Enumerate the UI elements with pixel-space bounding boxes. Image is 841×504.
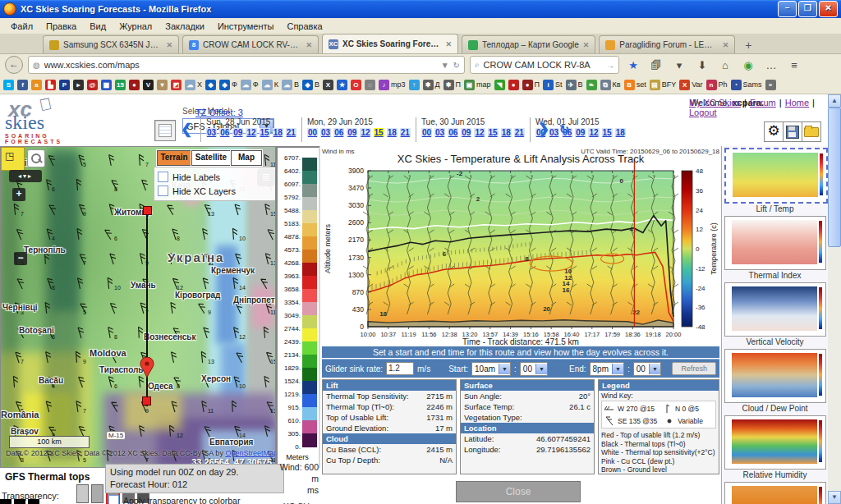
close-panel-button[interactable]: Close [456, 481, 581, 502]
browser-tab[interactable]: XCXC Skies Soaring Forecasts✕ [322, 34, 458, 53]
sink-rate-input[interactable]: 1.2 [386, 362, 414, 375]
menu-item[interactable]: Инструменты [212, 20, 280, 33]
bookmark-item[interactable]: ◩ [171, 80, 182, 90]
menu-item[interactable]: Правка [40, 20, 82, 33]
forecast-hour-link[interactable]: 12 [360, 128, 370, 137]
location-pin-icon[interactable] [140, 357, 154, 378]
sidebar-thumbnail-partial[interactable] [724, 482, 826, 504]
forecast-hour-link[interactable]: 18 [273, 128, 283, 137]
browser-tab[interactable]: Paragliding Forum - LEONARDO✕ [599, 35, 735, 53]
search-input[interactable]: ⌕ CROW CAM LOCK RV-8A → [470, 56, 619, 74]
bookmark-item[interactable]: nPh [706, 80, 728, 90]
layer-checkbox[interactable] [158, 186, 168, 196]
url-bar[interactable]: ◍ www.xcskies.com/maps ▼ ↻ [28, 56, 465, 74]
bookmark-item[interactable]: ▤BFY [650, 80, 677, 90]
thumbnail-image[interactable] [724, 216, 826, 270]
forecast-hour-link[interactable]: 03 [434, 128, 445, 137]
bookmark-item[interactable]: ◆Ф [219, 80, 237, 90]
calendar-button[interactable] [154, 120, 176, 141]
open-folder-button[interactable] [802, 121, 821, 142]
forecast-hour-link[interactable]: 09 [575, 128, 586, 137]
sidebar-thumbnail-vertical-velocity[interactable]: Vertical Velocity [724, 282, 826, 346]
map-type-button-satellite[interactable]: Satellite [191, 150, 231, 166]
scroll-up-arrow[interactable]: ▲ [828, 94, 841, 108]
bookmark-item[interactable]: ◥ [494, 80, 505, 90]
forecast-hour-link[interactable]: 12 [588, 128, 599, 137]
bookmark-item[interactable]: V [143, 80, 154, 90]
map-pan-control[interactable]: ◂▾▸ [9, 170, 42, 182]
bookmark-item[interactable]: O [351, 80, 361, 90]
downloads-icon[interactable]: ⬇ [693, 59, 711, 71]
route-end-marker[interactable] [142, 396, 151, 405]
bookmark-item[interactable]: Bset [624, 80, 646, 90]
bookmark-item[interactable]: ✈B [566, 80, 583, 90]
search-text[interactable]: CROW CAM LOCK RV-8A [484, 60, 602, 70]
bookmark-item[interactable]: ◌ [365, 80, 375, 90]
forecast-hour-link[interactable]: 21 [286, 128, 296, 137]
menu-item[interactable]: Справка [281, 20, 328, 33]
scroll-down-arrow[interactable]: ▼ [828, 491, 841, 504]
bookmark-item[interactable]: iSt [543, 80, 563, 90]
forecast-hour-link[interactable]: 03 [206, 128, 217, 137]
close-window-button[interactable]: ✕ [819, 1, 838, 17]
browser-tab[interactable]: Samsung SCX 6345N JC91 00...✕ [43, 35, 179, 53]
start-hour-select[interactable]: 10am▼ [471, 362, 511, 376]
thumbnail-image[interactable] [724, 282, 826, 337]
sidebar-thumbnail-lift-temp[interactable]: Lift / Temp [724, 148, 826, 213]
bookmark-item[interactable]: ☁X [185, 80, 202, 90]
map-type-button-map[interactable]: Map [231, 150, 262, 166]
route-start-marker[interactable] [143, 206, 152, 215]
chat-icon[interactable]: … [762, 59, 780, 71]
next-day-arrow[interactable]: ❯ [535, 121, 553, 139]
url-text[interactable]: www.xcskies.com/maps [44, 60, 437, 70]
bookmark-item[interactable]: ✱П [443, 80, 461, 90]
forecast-hour-link[interactable]: 15 [602, 128, 613, 137]
menu-item[interactable]: Файл [5, 20, 39, 33]
hamburger-menu-icon[interactable]: ≡ [785, 59, 803, 71]
forecast-hour-link[interactable]: 09 [347, 128, 357, 137]
forecast-hour-link[interactable]: 09 [232, 128, 243, 137]
header-link-home[interactable]: Home [785, 98, 809, 108]
color-swatch[interactable] [28, 499, 39, 504]
new-tab-button[interactable]: + [738, 37, 758, 53]
forecast-hour-link[interactable]: 21 [514, 128, 525, 137]
openstreetmap-link[interactable]: OpenStreetMap [225, 449, 276, 457]
bookmark-item[interactable]: ▣map [464, 80, 491, 90]
bookmark-item[interactable]: XVar [679, 80, 702, 90]
menu-item[interactable]: Вид [84, 20, 112, 33]
bookmark-item[interactable]: ☁Ф [241, 80, 259, 90]
browser-tab[interactable]: Теплодар – Карти Google✕ [462, 35, 595, 53]
end-hour-select[interactable]: 8pm▼ [590, 362, 624, 376]
clipboard-icon[interactable]: 🗐 [647, 59, 665, 71]
forecast-hour-link[interactable]: 12 [246, 128, 256, 137]
tab-close-icon[interactable]: ✕ [306, 41, 312, 49]
apply-transparency-checkbox[interactable] [108, 495, 119, 504]
menu-item[interactable]: Закладки [159, 20, 210, 33]
restore-button[interactable]: ❐ [798, 1, 817, 17]
menu-item[interactable]: Журнал [113, 20, 158, 33]
forecast-map[interactable]: 3753753648648597597586108610711971197108… [0, 146, 276, 468]
forecast-hour-link[interactable]: 09 [461, 128, 471, 137]
bookmark-item[interactable]: ● [508, 80, 519, 90]
page-scrollbar[interactable]: ▲ ▼ [828, 94, 841, 504]
bookmark-item[interactable]: ✱Д [423, 80, 440, 90]
bookmark-item[interactable]: ◆В [302, 80, 319, 90]
thumbnail-image[interactable] [724, 482, 826, 504]
prev-day-arrow[interactable]: ❮ [177, 121, 195, 139]
forecast-hour-link[interactable]: 15 [488, 128, 499, 137]
thumbnail-image[interactable] [724, 349, 826, 403]
map-type-button-terrain[interactable]: Terrain [157, 150, 191, 166]
bookmark-item[interactable]: ●П [522, 80, 540, 90]
bookmark-item[interactable]: ↑ [409, 80, 420, 90]
forecast-hour-link[interactable]: 03 [320, 128, 331, 137]
forecast-hour-link[interactable]: 06 [219, 128, 230, 137]
bookmark-item[interactable]: ▙ [45, 80, 56, 90]
search-go-icon[interactable]: → [606, 61, 614, 70]
map-zoom-in-button[interactable]: + [12, 188, 25, 201]
forecast-hour-link[interactable]: 12 [474, 128, 485, 137]
bookmark-item[interactable]: P [59, 80, 70, 90]
bookmark-item[interactable]: S [3, 80, 14, 90]
browser-tab[interactable]: 8CROW CAM LOCK RV-8A - По...✕ [182, 35, 319, 53]
end-minute-select[interactable]: 00▼ [633, 362, 661, 376]
bookmark-item[interactable]: 15 [115, 80, 126, 90]
